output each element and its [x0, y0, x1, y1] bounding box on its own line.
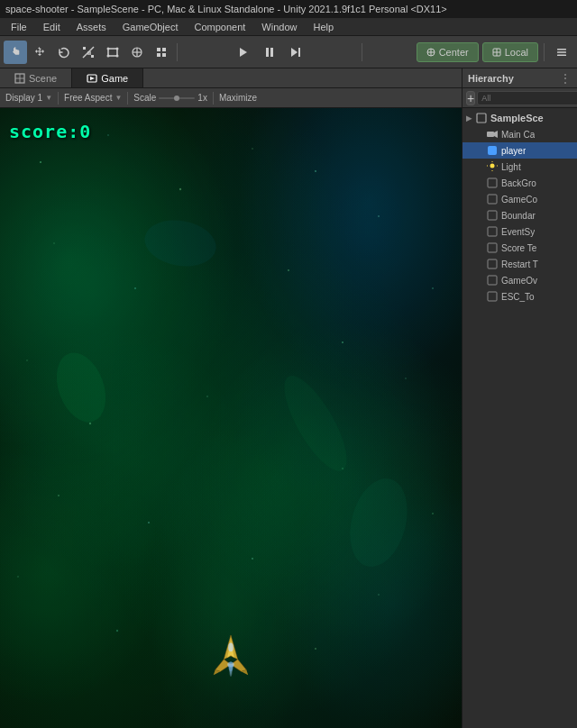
svg-rect-4 — [91, 55, 94, 58]
svg-point-44 — [134, 287, 136, 289]
hierarchy-item-gameoverpanel[interactable]: GameOv — [463, 272, 577, 288]
local-button[interactable]: Local — [482, 42, 538, 62]
game-toolbar-sep-1 — [58, 92, 59, 105]
svg-point-43 — [53, 242, 55, 244]
hierarchy-panel: Hierarchy ⋮ + ▶ SampleSce Main — [462, 68, 577, 728]
hierarchy-item-gamecontroller[interactable]: GameCo — [463, 191, 577, 207]
svg-point-40 — [179, 188, 181, 190]
layers-button[interactable] — [550, 41, 573, 64]
title-bar: space-shooter - SampleScene - PC, Mac & … — [0, 0, 577, 18]
svg-rect-30 — [557, 54, 566, 56]
hierarchy-item-maincamera[interactable]: Main Ca — [463, 126, 577, 142]
hierarchy-search-input[interactable] — [477, 91, 577, 105]
svg-rect-0 — [14, 48, 15, 53]
hierarchy-item-restarttext[interactable]: Restart T — [463, 256, 577, 272]
display-selector[interactable]: Display 1 ▼ — [5, 93, 52, 103]
svg-point-60 — [116, 630, 118, 632]
svg-rect-78 — [487, 132, 494, 137]
scale-tool-button[interactable] — [77, 41, 100, 64]
svg-rect-92 — [488, 276, 497, 285]
svg-point-52 — [432, 287, 434, 289]
scoretext-label: Score Te — [501, 243, 536, 253]
game-toolbar-sep-2 — [127, 92, 128, 105]
svg-marker-74 — [228, 665, 234, 677]
toolbar-sep-3 — [544, 43, 545, 61]
restarttext-icon — [486, 258, 499, 270]
move-tool-button[interactable] — [28, 41, 51, 64]
rotate-tool-button[interactable] — [52, 41, 76, 64]
hierarchy-item-player[interactable]: player — [463, 142, 577, 159]
svg-point-62 — [48, 346, 114, 429]
menu-component[interactable]: Component — [187, 20, 252, 34]
scale-control: Scale 1x — [133, 93, 207, 103]
svg-point-61 — [315, 648, 316, 650]
menu-assets[interactable]: Assets — [69, 20, 114, 34]
game-viewport: score:0 — [0, 108, 462, 728]
menu-gameobject[interactable]: GameObject — [115, 20, 186, 34]
custom-tool-button[interactable] — [150, 41, 173, 64]
hierarchy-item-scoretext[interactable]: Score Te — [463, 240, 577, 256]
svg-point-38 — [40, 161, 41, 163]
display-label: Display 1 — [5, 93, 42, 103]
left-panel: Scene Game Display 1 ▼ Free Aspect ▼ Sca… — [0, 68, 462, 728]
title-text: space-shooter - SampleScene - PC, Mac & … — [5, 4, 447, 14]
maximize-button[interactable]: Maximize — [219, 93, 257, 103]
eventsystem-icon — [486, 225, 499, 238]
score-display: score:0 — [9, 121, 91, 142]
svg-point-9 — [116, 54, 119, 57]
hand-tool-button[interactable] — [4, 41, 27, 64]
aspect-selector[interactable]: Free Aspect ▼ — [64, 93, 122, 103]
hierarchy-item-samplescene[interactable]: ▶ SampleSce — [463, 110, 577, 126]
menu-help[interactable]: Help — [306, 20, 341, 34]
tab-scene[interactable]: Scene — [0, 68, 72, 87]
hierarchy-item-boundary[interactable]: Boundar — [463, 207, 577, 223]
svg-rect-91 — [488, 259, 497, 268]
boundary-icon — [486, 209, 499, 222]
svg-rect-28 — [557, 49, 566, 50]
svg-rect-29 — [557, 51, 566, 53]
player-label: player — [501, 146, 526, 156]
svg-point-37 — [174, 96, 179, 101]
pause-button[interactable] — [257, 41, 282, 64]
boundary-label: Boundar — [501, 211, 536, 221]
scale-factor-label: 1x — [197, 93, 207, 103]
scene-arrow: ▶ — [466, 114, 475, 123]
svg-point-7 — [116, 47, 119, 50]
hierarchy-add-button[interactable]: + — [466, 91, 475, 105]
hierarchy-item-light[interactable]: Light — [463, 159, 577, 175]
svg-point-63 — [341, 472, 417, 573]
hierarchy-item-eventsystem[interactable]: EventSy — [463, 223, 577, 240]
svg-point-48 — [342, 341, 343, 343]
toolbar: Center Local — [0, 36, 577, 68]
svg-rect-21 — [298, 48, 300, 57]
svg-point-57 — [17, 576, 18, 577]
step-button[interactable] — [283, 41, 308, 64]
scoretext-icon — [486, 241, 499, 254]
toolbar-sep-1 — [177, 43, 178, 61]
background-label: BackGro — [501, 178, 536, 188]
hierarchy-item-background[interactable]: BackGro — [463, 175, 577, 191]
menu-window[interactable]: Window — [254, 20, 304, 34]
svg-point-45 — [288, 269, 289, 271]
maincamera-label: Main Ca — [501, 130, 535, 140]
transform-tool-button[interactable] — [125, 41, 149, 64]
svg-point-58 — [252, 558, 253, 560]
gamecontroller-label: GameCo — [501, 195, 537, 205]
menu-edit[interactable]: Edit — [36, 20, 68, 34]
game-tab-label: Game — [101, 73, 128, 84]
rect-tool-button[interactable] — [101, 41, 124, 64]
eventsystem-label: EventSy — [501, 227, 535, 237]
tab-game[interactable]: Game — [72, 68, 143, 87]
hierarchy-menu-button[interactable]: ⋮ — [559, 71, 572, 86]
gamecontroller-icon — [486, 193, 499, 205]
svg-point-54 — [148, 522, 150, 523]
menu-file[interactable]: File — [4, 20, 34, 34]
game-toolbar-sep-3 — [213, 92, 214, 105]
svg-rect-16 — [162, 53, 166, 57]
svg-rect-3 — [83, 47, 86, 50]
play-button[interactable] — [231, 41, 256, 64]
hierarchy-item-esctext[interactable]: ESC_To — [463, 288, 577, 305]
svg-rect-13 — [157, 48, 160, 51]
center-button[interactable]: Center — [417, 42, 479, 62]
svg-point-47 — [26, 359, 28, 361]
